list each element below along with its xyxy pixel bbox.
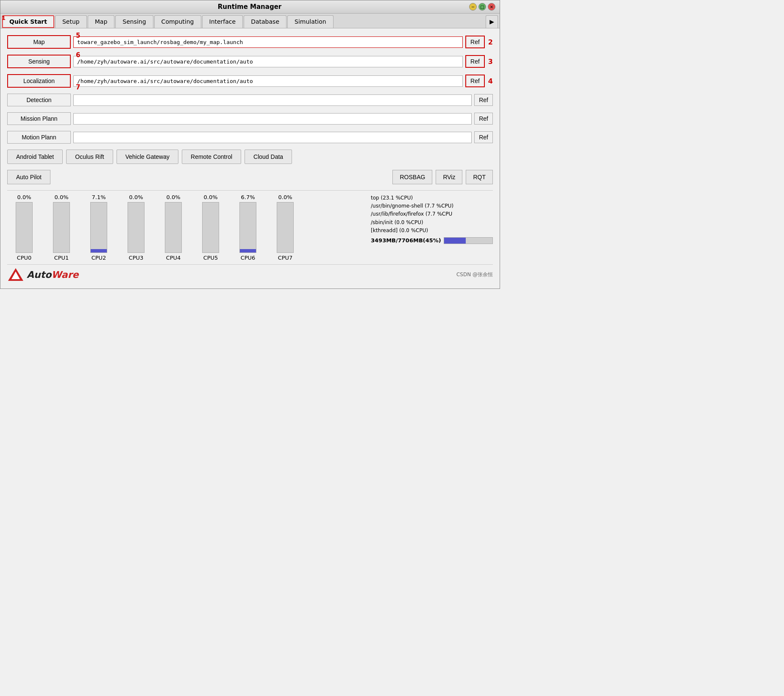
memory-bar-fill — [444, 238, 466, 244]
cpu-label: CPU2 — [92, 255, 106, 261]
tab-simulation[interactable]: Simulation — [287, 15, 334, 28]
autoware-logo-icon — [7, 267, 24, 282]
detection-button[interactable]: Detection — [7, 94, 71, 106]
system-info: top (23.1 %CPU)/usr/bin/gnome-shell (7.7… — [366, 194, 493, 261]
sensing-ref-button[interactable]: Ref — [465, 55, 485, 68]
cpu-bar-container — [239, 202, 256, 253]
localization-path-input[interactable] — [73, 75, 463, 87]
motion-plann-ref-button[interactable]: Ref — [474, 131, 493, 143]
tab-interface[interactable]: Interface — [202, 15, 243, 28]
cpu-label: CPU0 — [17, 255, 32, 261]
main-content: Map 5 Ref 2 Sensing 6 Ref 3 Localization… — [0, 28, 500, 288]
motion-plann-path-input[interactable] — [73, 132, 472, 143]
cpu-percent: 0.0% — [203, 194, 217, 200]
sys-info-line: /usr/lib/firefox/firefox (7.7 %CPU — [371, 210, 493, 218]
autoware-logo: AutoWare — [7, 267, 78, 282]
cpu-item-cpu5: 0.0%CPU5 — [194, 194, 228, 261]
vehicle-gateway-button[interactable]: Vehicle Gateway — [117, 150, 178, 164]
map-button[interactable]: Map — [7, 35, 71, 49]
tab-bar: 1 Quick Start Setup Map Sensing Computin… — [0, 14, 500, 28]
detection-ref-button[interactable]: Ref — [474, 94, 493, 106]
tab-map[interactable]: Map — [88, 15, 115, 28]
maximize-button[interactable]: □ — [478, 3, 486, 11]
mission-plann-path-input[interactable] — [73, 113, 472, 125]
cpu-bar-fill — [91, 249, 107, 252]
cpu-percent: 0.0% — [17, 194, 31, 200]
auto-pilot-button[interactable]: Auto Pilot — [7, 170, 50, 184]
cpu-percent: 0.0% — [54, 194, 68, 200]
annotation-2: 2 — [488, 38, 493, 46]
sys-info-line: [kthreadd] (0.0 %CPU) — [371, 227, 493, 235]
window-title: Runtime Manager — [30, 3, 469, 11]
cpu-bar-container — [16, 202, 33, 253]
detection-path-input[interactable] — [73, 94, 472, 106]
remote-control-button[interactable]: Remote Control — [182, 150, 241, 164]
cpu-bar-container — [277, 202, 294, 253]
cpu-bar-fill — [240, 249, 256, 252]
tab-sensing[interactable]: Sensing — [115, 15, 153, 28]
cpu-bar-container — [90, 202, 107, 253]
tab-more-button[interactable]: ▶ — [486, 15, 498, 28]
logo-auto: Auto — [27, 269, 51, 280]
cpu-percent: 0.0% — [278, 194, 292, 200]
logo-text: AutoWare — [27, 269, 78, 280]
cpu-bars: 0.0%CPU00.0%CPU17.1%CPU20.0%CPU30.0%CPU4… — [7, 194, 366, 261]
right-buttons: ROSBAG RViz RQT — [392, 170, 493, 184]
rqt-button[interactable]: RQT — [466, 170, 493, 184]
cpu-item-cpu7: 0.0%CPU7 — [268, 194, 302, 261]
localization-ref-button[interactable]: Ref — [465, 75, 485, 87]
motion-plann-row: Motion Plann Ref — [7, 131, 493, 144]
cpu-item-cpu2: 7.1%CPU2 — [82, 194, 116, 261]
localization-button[interactable]: Localization — [7, 74, 71, 88]
window-controls: ─ □ ✕ — [469, 3, 495, 11]
footer-bar: Auto Pilot ROSBAG RViz RQT — [7, 170, 493, 184]
minimize-button[interactable]: ─ — [469, 3, 477, 11]
cpu-item-cpu1: 0.0%CPU1 — [44, 194, 78, 261]
android-tablet-button[interactable]: Android Tablet — [7, 150, 63, 164]
sys-info-line: top (23.1 %CPU) — [371, 194, 493, 202]
mission-plann-ref-button[interactable]: Ref — [474, 113, 493, 125]
tab-computing[interactable]: Computing — [154, 15, 201, 28]
mission-plann-row: Mission Plann Ref — [7, 112, 493, 125]
cpu-item-cpu4: 0.0%CPU4 — [156, 194, 190, 261]
cpu-label: CPU3 — [129, 255, 144, 261]
memory-row: 3493MB/7706MB(45%) — [371, 236, 493, 245]
cpu-percent: 7.1% — [92, 194, 106, 200]
cpu-item-cpu3: 0.0%CPU3 — [119, 194, 153, 261]
cpu-label: CPU1 — [54, 255, 69, 261]
cpu-bar-container — [165, 202, 182, 253]
cpu-bar-container — [202, 202, 219, 253]
cpu-bar-container — [128, 202, 145, 253]
rosbag-button[interactable]: ROSBAG — [392, 170, 432, 184]
map-path-input[interactable] — [73, 36, 463, 48]
annotation-6: 6 — [76, 51, 80, 59]
detection-row: Detection Ref — [7, 94, 493, 106]
cpu-percent: 0.0% — [129, 194, 143, 200]
map-ref-button[interactable]: Ref — [465, 36, 485, 48]
tab-database[interactable]: Database — [244, 15, 286, 28]
annotation-5: 5 — [76, 32, 80, 39]
mission-plann-button[interactable]: Mission Plann — [7, 112, 71, 125]
cpu-label: CPU7 — [278, 255, 293, 261]
title-bar: Runtime Manager ─ □ ✕ — [0, 0, 500, 14]
tab-setup[interactable]: Setup — [55, 15, 87, 28]
cpu-label: CPU5 — [203, 255, 218, 261]
tab-quick-start[interactable]: 1 Quick Start — [2, 15, 54, 28]
cpu-label: CPU6 — [241, 255, 256, 261]
sys-info-line: /usr/bin/gnome-shell (7.7 %CPU) — [371, 202, 493, 210]
sensing-button[interactable]: Sensing — [7, 55, 71, 68]
cpu-section: 0.0%CPU00.0%CPU17.1%CPU20.0%CPU30.0%CPU4… — [7, 190, 493, 261]
oculus-rift-button[interactable]: Oculus Rift — [66, 150, 113, 164]
rviz-button[interactable]: RViz — [436, 170, 462, 184]
cpu-percent: 0.0% — [166, 194, 180, 200]
sensing-path-input[interactable] — [73, 56, 463, 67]
memory-label: 3493MB/7706MB(45%) — [371, 236, 441, 245]
annotation-3: 3 — [488, 58, 493, 66]
annotation-4: 4 — [488, 77, 493, 85]
close-button[interactable]: ✕ — [488, 3, 495, 11]
csdn-credit: CSDN @张余恒 — [456, 271, 493, 278]
cpu-item-cpu6: 6.7%CPU6 — [231, 194, 265, 261]
motion-plann-button[interactable]: Motion Plann — [7, 131, 71, 144]
cloud-data-button[interactable]: Cloud Data — [245, 150, 292, 164]
cpu-label: CPU4 — [166, 255, 181, 261]
